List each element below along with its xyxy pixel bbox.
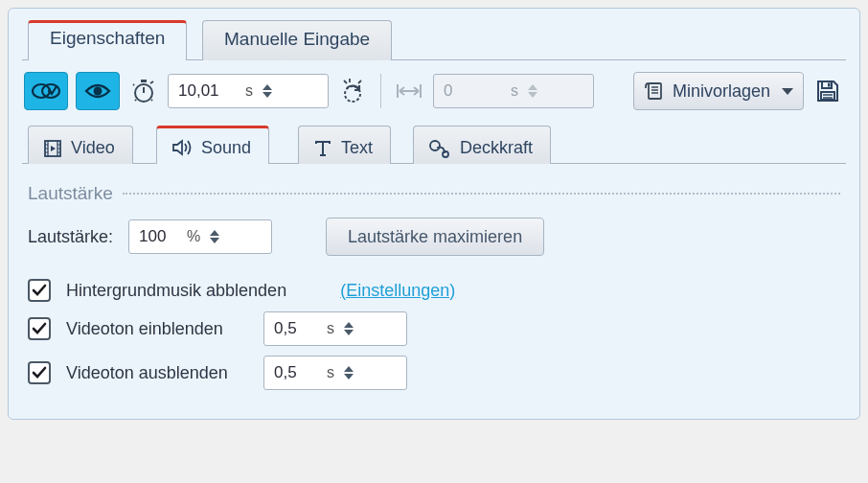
stopwatch-icon: [127, 75, 160, 107]
speaker-icon: [171, 137, 194, 158]
tab-video[interactable]: Video: [28, 126, 133, 164]
mini-templates-dropdown[interactable]: Minivorlagen: [633, 72, 804, 110]
film-icon: [42, 138, 63, 159]
sub-tab-bar: Video Sound Text Deckkraft: [22, 116, 846, 164]
tab-properties[interactable]: Eigenschaften: [28, 20, 187, 60]
tab-text-label: Text: [341, 138, 373, 158]
opacity-icon: [427, 138, 452, 159]
fade-in-label: Videoton einblenden: [66, 319, 248, 339]
fade-in-checkbox[interactable]: [28, 317, 51, 340]
svg-rect-22: [828, 83, 831, 87]
eye-icon: [84, 81, 111, 101]
volume-input[interactable]: %: [128, 219, 272, 254]
volume-label: Lautstärke:: [28, 227, 113, 247]
link-visibility-button[interactable]: [24, 72, 68, 110]
tab-manual-input[interactable]: Manuelle Eingabe: [202, 20, 392, 60]
tab-video-label: Video: [71, 138, 115, 158]
volume-spinner[interactable]: [210, 230, 219, 243]
bg-music-fade-label: Hintergrundmusik abblenden: [66, 281, 286, 301]
svg-point-35: [430, 141, 440, 150]
svg-rect-5: [141, 80, 147, 82]
width-value: [442, 80, 509, 102]
text-icon: [312, 138, 333, 159]
svg-line-13: [358, 80, 361, 83]
settings-link[interactable]: (Einstellungen): [340, 281, 455, 301]
svg-line-8: [135, 100, 136, 101]
fade-in-unit: s: [327, 320, 334, 337]
fade-out-value[interactable]: [272, 362, 325, 383]
duration-unit: s: [245, 82, 253, 100]
svg-line-6: [150, 81, 153, 83]
svg-rect-17: [649, 83, 661, 99]
save-button[interactable]: [811, 75, 844, 107]
mini-templates-label: Minivorlagen: [673, 81, 770, 102]
fade-in-spinner[interactable]: [344, 322, 354, 335]
fade-out-checkbox[interactable]: [28, 361, 51, 384]
toolbar-separator: [380, 74, 381, 108]
reset-duration-button[interactable]: [336, 75, 369, 107]
fade-out-spinner[interactable]: [344, 366, 354, 380]
width-spinner: [528, 84, 537, 98]
width-input: s: [433, 74, 594, 108]
volume-section: Lautstärke Lautstärke: % Lautstärke maxi…: [9, 164, 859, 419]
visibility-button[interactable]: [76, 72, 120, 110]
tab-opacity-label: Deckkraft: [460, 138, 533, 158]
tab-text[interactable]: Text: [298, 126, 391, 164]
template-icon: [644, 80, 665, 102]
svg-point-2: [94, 87, 103, 96]
floppy-disk-icon: [814, 78, 841, 104]
fade-out-unit: s: [327, 364, 334, 381]
tab-opacity[interactable]: Deckkraft: [413, 126, 551, 164]
width-unit: s: [511, 82, 518, 100]
properties-panel: Eigenschaften Manuelle Eingabe: [8, 8, 860, 420]
fade-out-label: Videoton ausblenden: [66, 363, 248, 383]
link-eye-icon: [32, 81, 60, 101]
svg-line-7: [133, 84, 134, 85]
volume-unit: %: [187, 228, 200, 245]
svg-line-9: [151, 100, 152, 101]
duration-value[interactable]: [176, 80, 243, 102]
toolbar: s: [9, 60, 859, 116]
section-title-volume: Lautstärke: [28, 183, 113, 204]
chevron-down-icon: [782, 88, 793, 95]
width-icon: [393, 75, 425, 107]
duration-spinner[interactable]: [263, 84, 272, 98]
svg-line-11: [344, 80, 347, 83]
fade-in-value[interactable]: [272, 318, 325, 339]
section-divider: [123, 193, 840, 195]
svg-rect-23: [821, 92, 834, 100]
fade-in-input[interactable]: s: [263, 311, 407, 346]
top-tab-bar: Eigenschaften Manuelle Eingabe: [22, 9, 846, 60]
tab-sound[interactable]: Sound: [156, 126, 269, 164]
bg-music-fade-checkbox[interactable]: [28, 279, 51, 302]
tab-sound-label: Sound: [201, 138, 251, 158]
volume-value[interactable]: [137, 226, 185, 247]
maximize-volume-button[interactable]: Lautstärke maximieren: [326, 218, 544, 256]
duration-input[interactable]: s: [168, 74, 329, 108]
fade-out-input[interactable]: s: [263, 356, 407, 390]
svg-point-36: [443, 151, 448, 157]
